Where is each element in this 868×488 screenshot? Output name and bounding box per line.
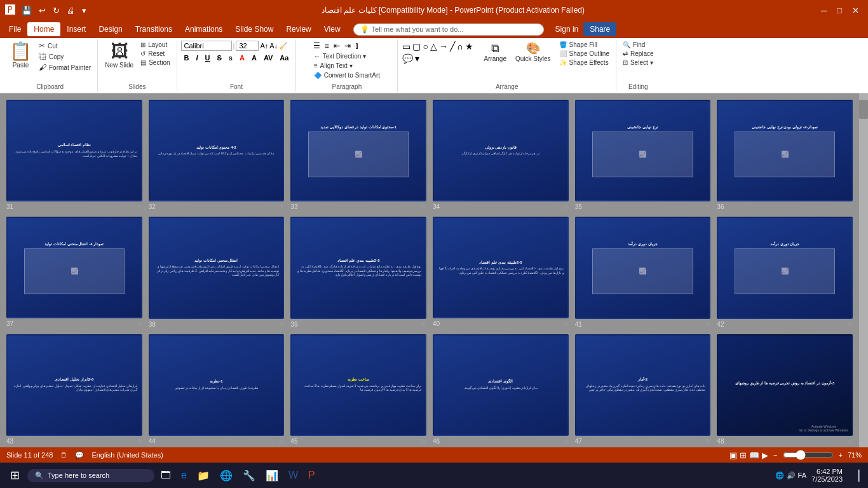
curve-shape[interactable]: ∩ [456,41,464,52]
change-case-button[interactable]: Aa [276,53,292,63]
slide-item[interactable]: ساخت نظريه براي ساخت نظريه چهار قدم زير … [290,334,426,445]
slide-thumbnail[interactable]: 2-5طبيقه بندي علم اقتصاد نوع اول طبقه بن… [433,217,569,318]
triangle-shape[interactable]: △ [430,41,438,52]
save-button[interactable]: 💾 [19,4,34,17]
star-shape[interactable]: ★ [465,41,474,52]
new-slide-button[interactable]: 🖼 New Slide [102,41,137,71]
menu-slideshow[interactable]: Slide Show [229,22,280,36]
tell-me-search[interactable]: 💡 Tell me what you want to do... [353,24,544,36]
font-size-increase[interactable]: A↑ [260,42,268,50]
app2-button[interactable]: 📊 [262,467,282,484]
slide-item[interactable]: 4-2 محتوي امكانات توليد مكان هندسي تركيب… [149,100,285,210]
font-size-input[interactable] [236,41,259,51]
menu-animations[interactable]: Animations [179,22,229,36]
menu-view[interactable]: View [318,22,347,36]
columns-button[interactable]: ⫿ [353,41,361,51]
menu-file[interactable]: File [3,22,27,36]
maximize-button[interactable]: □ [833,4,846,17]
slide-thumbnail[interactable]: جريان دوري درآمد 📈 [717,217,853,318]
slide-thumbnail[interactable]: نظام اقتصاد اسلامي در اين نظام در چارچوب… [6,100,142,201]
text-direction-button[interactable]: ↔ Text Direction ▾ [311,52,369,60]
shape-effects-button[interactable]: ✨ Shape Effects [557,58,612,67]
slide-thumbnail[interactable]: 2-5طبيبه بندي علم اقتصاد نوع اول طبقه بن… [290,217,426,318]
slide-thumbnail[interactable]: 1-نظريه نظريه يا تئوري اقتصادي , بيان يا… [149,334,285,436]
slide-thumbnail[interactable]: 4-2 محتوي امكانات توليد مكان هندسي تركيب… [149,100,285,201]
bullet-list-button[interactable]: ☰ [311,41,322,51]
slide-thumbnail[interactable]: ترح نهايي جانشيني 📈 [575,100,711,201]
shape-fill-button[interactable]: 🪣 Shape Fill [557,41,612,49]
align-text-button[interactable]: ≡ Align Text ▾ [311,62,355,70]
menu-transitions[interactable]: Transitions [129,22,179,36]
slide-item[interactable]: جريان دوري درآمد 📈 42 ☆ [717,217,853,327]
rectangle-shape[interactable]: ▭ [402,41,411,52]
format-painter-button[interactable]: 🖌 Format Painter [36,62,93,72]
arrange-button[interactable]: ⧉ Arrange [480,41,510,64]
slide-thumbnail[interactable]: 2-6ابزار تحليل اقتصادي ابزارهاي تحليل اق… [6,334,142,436]
convert-smartart-button[interactable]: 🔷 Convert to SmartArt [311,71,383,79]
close-button[interactable]: ✕ [848,4,863,17]
select-button[interactable]: ⊡ Select ▾ [620,58,656,67]
slide-thumbnail[interactable]: تمودار-2- تزولي بودن ترح نهايي جانشيني 📈 [717,100,853,201]
decrease-indent-button[interactable]: ⇤ [332,41,342,51]
slide-item[interactable]: تمودار 4- انتقال منحني امكانات توليد 📈 3… [6,217,142,327]
slide-thumbnail[interactable]: 1-محتوي امكانات توليد در قضاي دوكالايي ت… [290,100,426,201]
underline-button[interactable]: U [202,53,214,63]
clear-formatting-button[interactable]: 🧹 [279,42,288,50]
app1-button[interactable]: 🔧 [239,467,259,484]
print-button[interactable]: 🖨 [64,4,78,17]
word-button[interactable]: W [285,467,302,484]
slide-thumbnail[interactable]: قانون بازدهي نزولي در هرمرحله از توليد ه… [433,100,569,201]
italic-button[interactable]: I [193,53,201,63]
slide-thumbnail[interactable]: الگوي اقتصادي بيان قراردادي نظريه ( تئور… [433,334,569,436]
arrow-shape[interactable]: → [438,41,449,52]
menu-insert[interactable]: Insert [60,22,92,36]
slide-thumbnail[interactable]: 2-آمار داده هاي آماري دو نوع هستند: -داد… [575,334,711,436]
cut-button[interactable]: ✂ Cut [36,41,93,51]
slide-thumbnail[interactable]: ساخت نظريه براي ساخت نظريه چهار قدم زير … [290,334,426,436]
zoom-in-icon[interactable]: + [839,451,843,459]
customize-qa-button[interactable]: ▾ [79,4,89,17]
vertical-scrollbar[interactable] [859,93,868,447]
slide-item[interactable]: ترح نهايي جانشيني 📈 35 ☆ [575,100,711,210]
slide-favorite-star[interactable]: ☆ [421,438,426,445]
text-highlight-button[interactable]: A [248,53,260,63]
menu-design[interactable]: Design [92,22,128,36]
bold-button[interactable]: B [181,53,193,63]
slide-favorite-star[interactable]: ☆ [847,438,853,445]
slide-favorite-star[interactable]: ☆ [705,321,710,328]
section-button[interactable]: ▤ Section [138,58,172,67]
sign-in-button[interactable]: Sign in [550,22,584,36]
slide-favorite-star[interactable]: ☆ [137,320,142,327]
menu-home[interactable]: Home [27,22,60,36]
callout-shape[interactable]: 💬 [402,53,414,64]
comments-button[interactable]: 💬 [75,451,84,459]
normal-view-button[interactable]: ▣ [729,451,737,460]
char-spacing-button[interactable]: AV [261,53,276,63]
paste-button[interactable]: 📋 Paste [6,41,35,71]
shape-outline-button[interactable]: ⬜ Shape Outline [557,50,612,58]
slide-favorite-star[interactable]: ☆ [705,438,710,445]
slide-item[interactable]: 1-محتوي امكانات توليد در قضاي دوكالايي ت… [290,100,426,210]
font-size-decrease[interactable]: A↓ [269,42,278,50]
slide-favorite-star[interactable]: ☆ [421,203,426,210]
slide-favorite-star[interactable]: ☆ [278,438,284,445]
edge-button[interactable]: e [177,467,191,484]
notes-button[interactable]: 🗒 [60,451,67,459]
slide-favorite-star[interactable]: ☆ [421,321,426,328]
slide-sorter-button[interactable]: ⊞ [740,451,747,460]
font-name-input[interactable] [181,41,232,51]
start-button[interactable]: ⊞ [5,466,25,485]
presenter-view-button[interactable]: ▶ [762,451,768,460]
redo-button[interactable]: ↻ [50,4,62,17]
slide-favorite-star[interactable]: ☆ [278,203,284,210]
slide-favorite-star[interactable]: ☆ [847,321,853,328]
powerpoint-taskbar-button[interactable]: P [304,467,319,484]
more-shapes[interactable]: ▾ [414,53,420,64]
slide-thumbnail[interactable]: تمودار 4- انتقال منحني امكانات توليد 📈 [6,217,142,318]
reading-view-button[interactable]: 📖 [749,451,759,460]
slide-item[interactable]: 2-5طبيقه بندي علم اقتصاد نوع اول طبقه بن… [433,217,569,327]
replace-button[interactable]: ⇄ Replace [620,50,656,58]
chrome-button[interactable]: 🌐 [216,467,236,484]
slide-item[interactable]: 2-6ابزار تحليل اقتصادي ابزارهاي تحليل اق… [6,334,142,445]
slide-item[interactable]: 2-5طبيبه بندي علم اقتصاد نوع اول طبقه بن… [290,217,426,327]
